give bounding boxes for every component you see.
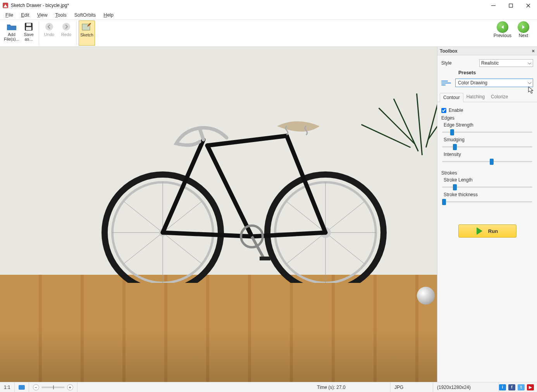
save-as-label: Save as... bbox=[21, 32, 37, 41]
bicycle-image bbox=[97, 105, 391, 283]
next-button[interactable]: Next bbox=[514, 21, 533, 38]
redo-icon bbox=[62, 21, 71, 32]
save-as-button[interactable]: Save as... bbox=[21, 21, 37, 46]
status-format: JPG bbox=[391, 382, 433, 392]
info-icon[interactable]: i bbox=[499, 384, 506, 390]
svg-line-24 bbox=[325, 202, 364, 233]
twitter-icon[interactable]: t bbox=[518, 384, 525, 390]
menu-softorbits[interactable]: SoftOrbits bbox=[73, 12, 98, 19]
sketch-label: Sketch bbox=[80, 33, 93, 37]
file-group: Add File(s)... Save as... bbox=[2, 21, 39, 46]
undo-icon bbox=[45, 21, 54, 32]
nav-group: Previous Next bbox=[493, 21, 535, 46]
enable-label: Enable bbox=[449, 108, 463, 113]
run-button[interactable]: Run bbox=[458, 224, 516, 238]
strokes-title: Strokes bbox=[441, 170, 533, 176]
maximize-button[interactable] bbox=[502, 0, 520, 11]
folder-icon bbox=[6, 21, 17, 32]
add-files-button[interactable]: Add File(s)... bbox=[3, 21, 20, 46]
tab-hatching[interactable]: Hatching bbox=[463, 92, 488, 102]
style-label: Style bbox=[441, 60, 476, 66]
zoom-widget: − + bbox=[29, 382, 77, 392]
svg-line-33 bbox=[163, 233, 252, 236]
redo-button[interactable]: Redo bbox=[58, 21, 74, 46]
zoom-ratio: 1:1 bbox=[4, 385, 10, 390]
presets-combo[interactable]: Color Drawing bbox=[455, 79, 533, 87]
svg-line-20 bbox=[124, 233, 163, 264]
stroke-length-slider[interactable] bbox=[442, 183, 532, 190]
redo-label: Redo bbox=[61, 32, 71, 37]
zoom-ratio-cell: 1:1 bbox=[0, 382, 15, 392]
toolbar: Add File(s)... Save as... Undo Redo bbox=[0, 19, 537, 46]
toolbox-header: Toolbox × bbox=[437, 47, 537, 55]
zoom-track[interactable] bbox=[41, 387, 65, 388]
style-select[interactable]: Realistic bbox=[479, 59, 533, 67]
svg-line-28 bbox=[287, 233, 325, 264]
edges-title: Edges bbox=[441, 115, 533, 121]
history-group: Undo Redo bbox=[39, 21, 77, 46]
tab-contour[interactable]: Contour bbox=[440, 93, 463, 102]
next-label: Next bbox=[519, 33, 528, 38]
titlebar: Sketch Drawer - bicycle.jpg* bbox=[0, 0, 537, 11]
presets-label: Presets bbox=[458, 70, 533, 75]
svg-line-26 bbox=[325, 233, 364, 264]
stroke-thickness-label: Stroke thickness bbox=[444, 192, 533, 197]
menu-view[interactable]: View bbox=[36, 12, 49, 19]
toolbox-panel: Toolbox × Style Realistic Presets Color … bbox=[437, 47, 537, 382]
stroke-thickness-slider[interactable] bbox=[442, 198, 532, 205]
zoom-out-button[interactable]: − bbox=[33, 384, 39, 390]
menu-help[interactable]: Help bbox=[102, 12, 115, 19]
intensity-slider[interactable] bbox=[442, 158, 532, 165]
fit-screen-icon bbox=[19, 385, 25, 390]
toolbox-tabs: Contour Hatching Colorize bbox=[437, 92, 537, 102]
fit-screen-button[interactable] bbox=[15, 382, 29, 392]
main-row: Toolbox × Style Realistic Presets Color … bbox=[0, 46, 537, 382]
menubar: File Edit View Tools SoftOrbits Help bbox=[0, 11, 537, 19]
run-arrow-icon bbox=[477, 228, 482, 235]
previous-button[interactable]: Previous bbox=[493, 21, 512, 38]
menu-tools[interactable]: Tools bbox=[54, 12, 68, 19]
app-icon bbox=[2, 2, 9, 9]
youtube-icon[interactable]: ▶ bbox=[527, 384, 534, 390]
stroke-length-label: Stroke Length bbox=[444, 177, 533, 183]
close-toolbox-button[interactable]: × bbox=[532, 48, 535, 54]
svg-point-8 bbox=[45, 23, 53, 31]
image-preview bbox=[0, 47, 437, 382]
zoom-in-button[interactable]: + bbox=[67, 384, 73, 390]
sketch-button[interactable]: Sketch bbox=[79, 21, 95, 46]
menu-edit[interactable]: Edit bbox=[19, 12, 31, 19]
next-icon bbox=[518, 21, 529, 33]
svg-rect-2 bbox=[509, 4, 513, 7]
smudging-label: Smudging bbox=[444, 137, 533, 142]
undo-button[interactable]: Undo bbox=[41, 21, 57, 46]
previous-icon bbox=[497, 21, 508, 33]
canvas-area[interactable] bbox=[0, 47, 437, 382]
svg-rect-41 bbox=[260, 257, 270, 260]
svg-rect-7 bbox=[26, 27, 31, 30]
svg-line-22 bbox=[124, 202, 163, 233]
style-value: Realistic bbox=[481, 60, 499, 66]
presets-value: Color Drawing bbox=[458, 80, 487, 86]
menu-file[interactable]: File bbox=[4, 12, 15, 19]
smudging-slider[interactable] bbox=[442, 143, 532, 150]
toolbox-title: Toolbox bbox=[440, 48, 458, 54]
presets-icon bbox=[441, 79, 452, 87]
chevron-down-icon bbox=[528, 81, 532, 86]
add-files-label: Add File(s)... bbox=[3, 32, 20, 41]
edge-strength-slider[interactable] bbox=[442, 128, 532, 135]
undo-label: Undo bbox=[44, 32, 54, 37]
sketch-group: Sketch bbox=[77, 21, 97, 46]
tab-colorize[interactable]: Colorize bbox=[488, 92, 511, 102]
svg-point-9 bbox=[62, 23, 70, 31]
enable-checkbox[interactable] bbox=[441, 108, 446, 113]
sketch-icon bbox=[82, 22, 92, 33]
svg-line-35 bbox=[207, 146, 252, 236]
floppy-icon bbox=[24, 21, 33, 32]
status-dimensions: (1920x1280x24) bbox=[433, 382, 499, 392]
minimize-button[interactable] bbox=[485, 0, 502, 11]
facebook-icon[interactable]: f bbox=[508, 384, 515, 390]
close-window-button[interactable] bbox=[520, 0, 537, 11]
window-title: Sketch Drawer - bicycle.jpg* bbox=[11, 3, 485, 8]
previous-label: Previous bbox=[494, 33, 512, 38]
sphere-reflection bbox=[417, 287, 435, 305]
